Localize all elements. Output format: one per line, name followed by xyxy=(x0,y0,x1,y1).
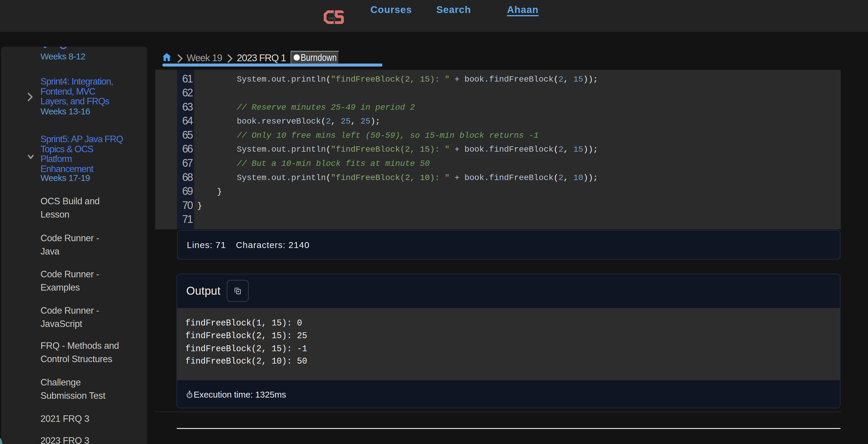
svg-text:N: N xyxy=(334,19,335,22)
svg-text:CODE: CODE xyxy=(328,17,334,20)
